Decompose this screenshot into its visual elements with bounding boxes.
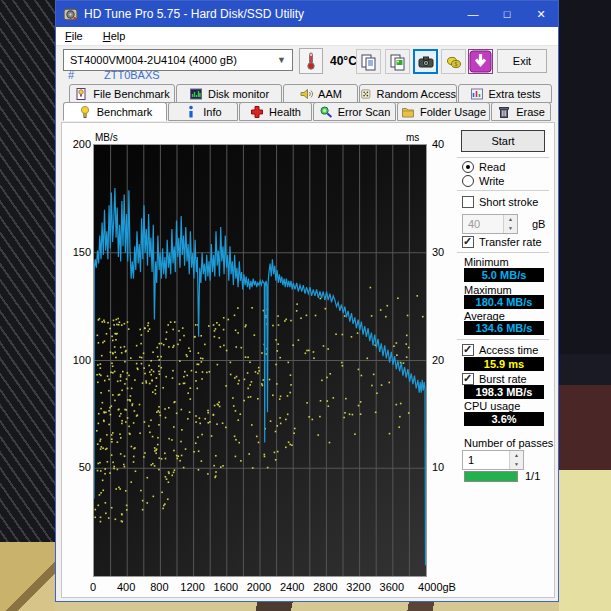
tab-label: Health — [269, 106, 301, 118]
short-stroke-size-spinner[interactable]: 40 ▲▼ — [462, 214, 518, 234]
start-button[interactable]: Start — [461, 130, 545, 152]
wallpaper-right — [559, 0, 611, 611]
save-arrow-icon — [469, 50, 492, 73]
wallpaper-bottom — [55, 602, 559, 611]
y-left-tick: 200 — [64, 138, 91, 150]
maximum-value: 180.4 MB/s — [464, 295, 544, 309]
tab-error-scan[interactable]: Error Scan — [313, 102, 396, 121]
spinner-arrows-icon[interactable]: ▲▼ — [509, 451, 523, 469]
burst-rate-checkbox[interactable]: Burst rate — [462, 373, 527, 385]
write-radio[interactable]: Write — [462, 175, 504, 187]
y-left-tick: 100 — [64, 354, 91, 366]
minimize-button[interactable]: — — [456, 1, 490, 27]
transfer-rate-checkbox[interactable]: Transfer rate — [462, 236, 542, 248]
tab-folder-usage[interactable]: Folder Usage — [397, 102, 490, 121]
tab-erase[interactable]: Erase — [491, 102, 551, 121]
short-stroke-checkbox[interactable]: Short stroke — [462, 196, 538, 208]
access-time-value: 15.9 ms — [464, 357, 544, 371]
pass-progress-label: 1/1 — [525, 470, 540, 482]
tab-label: Random Access — [377, 88, 456, 100]
cpu-usage-label: CPU usage — [464, 400, 520, 412]
copy-image-button[interactable] — [385, 49, 410, 74]
tab-aam[interactable]: AAM — [283, 84, 358, 103]
maximize-button[interactable]: □ — [490, 1, 524, 27]
save-button[interactable] — [468, 49, 493, 74]
serial-row: # ZTT0BAXS — [68, 69, 74, 81]
y-right-tick: 20 — [432, 354, 454, 366]
checkbox-icon — [462, 344, 474, 356]
separator — [457, 157, 549, 158]
benchmark-chart — [93, 144, 427, 577]
tab-health[interactable]: Health — [239, 102, 312, 121]
drive-select-value: ST4000VM004-2U4104 (4000 gB) — [70, 54, 277, 66]
checkbox-icon — [462, 236, 474, 248]
menu-file[interactable]: File — [65, 30, 83, 42]
pass-progress-bar — [464, 471, 518, 482]
tab-benchmark[interactable]: Benchmark — [63, 102, 167, 121]
wallpaper-left — [0, 0, 55, 611]
extra-tests-icon — [470, 87, 484, 101]
read-radio-label: Read — [479, 161, 505, 173]
screenshot-button[interactable] — [413, 49, 438, 74]
y-right-axis-unit: ms — [406, 132, 419, 143]
temperature-value: 40°C — [330, 54, 357, 68]
write-radio-label: Write — [479, 175, 504, 187]
file-benchmark-icon — [74, 87, 88, 101]
passes-value: 1 — [468, 454, 474, 466]
title-bar[interactable]: HD Tune Pro 5.75 - Hard Disk/SSD Utility… — [56, 1, 558, 27]
exit-button[interactable]: Exit — [497, 49, 547, 73]
register-button[interactable]: $ — [441, 49, 466, 74]
tab-extra-tests[interactable]: Extra tests — [458, 84, 552, 103]
separator — [457, 252, 549, 253]
read-radio[interactable]: Read — [462, 161, 505, 173]
tab-random-access[interactable]: Random Access — [359, 84, 457, 103]
tab-file-benchmark[interactable]: File Benchmark — [69, 84, 175, 103]
spinner-arrows-icon[interactable]: ▲▼ — [503, 215, 517, 233]
short-stroke-value: 40 — [468, 218, 480, 230]
y-right-tick: 40 — [432, 138, 454, 150]
tab-label: Error Scan — [338, 106, 391, 118]
tab-label: Disk monitor — [208, 88, 269, 100]
tab-label: Erase — [516, 106, 545, 118]
minimum-value: 5.0 MB/s — [464, 268, 544, 282]
close-button[interactable]: ✕ — [524, 1, 558, 27]
passes-label: Number of passes — [464, 437, 553, 449]
radio-icon — [462, 161, 474, 173]
access-time-checkbox[interactable]: Access time — [462, 344, 538, 356]
tab-disk-monitor[interactable]: Disk monitor — [176, 84, 282, 103]
copy-text-button[interactable] — [356, 49, 381, 74]
separator — [457, 190, 549, 191]
temperature-button[interactable] — [299, 48, 323, 74]
copy-image-icon — [389, 53, 407, 71]
progress-fill — [465, 472, 517, 481]
radio-icon — [462, 175, 474, 187]
tab-label: Extra tests — [489, 88, 541, 100]
menu-help[interactable]: Help — [103, 30, 126, 42]
access-time-label: Access time — [479, 344, 538, 356]
app-window: HD Tune Pro 5.75 - Hard Disk/SSD Utility… — [55, 0, 559, 602]
y-left-tick: 50 — [64, 461, 91, 473]
app-icon — [63, 7, 78, 22]
average-value: 134.6 MB/s — [464, 321, 544, 335]
random-access-icon — [360, 87, 372, 101]
minimum-label: Minimum — [464, 256, 509, 268]
y-left-axis-unit: MB/s — [95, 132, 118, 143]
tab-label: AAM — [318, 88, 342, 100]
short-stroke-label: Short stroke — [479, 196, 538, 208]
tab-info[interactable]: Info — [168, 102, 238, 121]
serial-hash: # — [68, 69, 74, 81]
chart-canvas — [94, 145, 426, 576]
info-icon — [184, 105, 198, 119]
transfer-rate-label: Transfer rate — [479, 236, 542, 248]
chevron-down-icon: ▼ — [277, 55, 286, 65]
tab-strip: File BenchmarkDisk monitorAAMRandom Acce… — [56, 84, 558, 121]
folder-usage-icon — [401, 105, 415, 119]
error-scan-icon — [319, 105, 333, 119]
passes-spinner[interactable]: 1 ▲▼ — [462, 450, 524, 470]
erase-icon — [497, 105, 511, 119]
thermometer-icon — [305, 52, 317, 70]
burst-rate-label: Burst rate — [479, 373, 527, 385]
drive-select[interactable]: ST4000VM004-2U4104 (4000 gB) ▼ — [63, 49, 293, 71]
cpu-usage-value: 3.6% — [464, 412, 544, 426]
drive-serial: ZTT0BAXS — [104, 69, 160, 81]
